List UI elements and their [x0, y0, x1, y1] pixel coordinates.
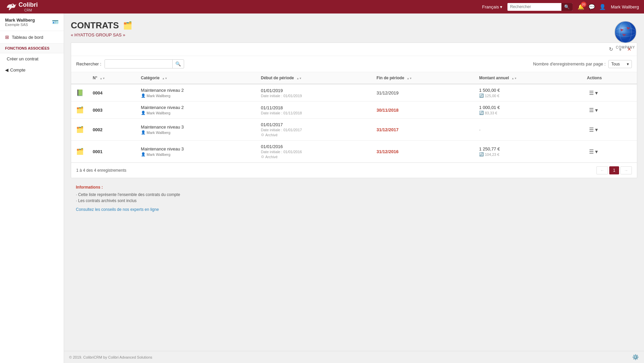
top-nav-right: Français ▾ 🔍 🔔 20 💬 👤 Mark Wallberg	[482, 3, 639, 11]
grid-icon: ⊞	[5, 34, 9, 40]
row-actions: ☰ ▾	[583, 102, 637, 119]
row-amount: 1 250,77 €🔄 104,23 €	[475, 141, 583, 163]
contracts-icon: 🗂️	[123, 21, 132, 30]
row-action-button[interactable]: ☰ ▾	[587, 106, 600, 114]
col-start-date: Début de période ▲▼	[257, 72, 373, 84]
row-end-date: 30/11/2018	[373, 102, 475, 119]
sidebar-item-account[interactable]: ◀ Compte	[0, 64, 64, 76]
table-header-row: N° ▲▼ Catégorie ▲▼ Début de période ▲▼ F…	[71, 72, 637, 84]
per-page-chevron: ▾	[627, 62, 629, 66]
row-start-date: 01/01/2016 Date initiale : 01/01/2016⊙ A…	[257, 141, 373, 163]
table-row: 📗0004Maintenance niveau 2 👤 Mark Wallber…	[71, 84, 637, 102]
info-item-1: · Cette liste représente l'ensemble des …	[76, 192, 632, 197]
content-card: ↻ + ✕ Rechercher : 🔍 Nombre d'enregistre…	[71, 43, 637, 178]
sidebar-user-info: Mark Wallberg Exemple SAS	[5, 18, 35, 27]
pagination-next[interactable]: →	[620, 166, 632, 174]
card-toolbar: ↻ + ✕	[71, 43, 637, 56]
top-search-button[interactable]: 🔍	[561, 3, 573, 11]
row-actions: ☰ ▾	[583, 119, 637, 141]
col-amount: Montant annuel ▲▼	[475, 72, 583, 84]
row-action-button[interactable]: ☰ ▾	[587, 147, 600, 156]
sidebar-item-dashboard[interactable]: ⊞ Tableau de bord	[0, 31, 64, 43]
settings-icon[interactable]: 👤	[599, 4, 606, 10]
sidebar-section-title: FONCTIONS ASSOCIÉES	[0, 43, 64, 53]
sort-start-date-icon[interactable]: ▲▼	[296, 77, 302, 80]
row-number: 0003	[89, 102, 137, 119]
page-header: CONTRATS 🗂️	[71, 20, 637, 31]
info-section: Informations : · Cette liste représente …	[71, 178, 637, 219]
sidebar-navigation: ⊞ Tableau de bord FONCTIONS ASSOCIÉES Cr…	[0, 31, 64, 363]
row-start-date: 01/01/2019 Date initiale : 01/01/2019	[257, 84, 373, 102]
pagination-controls: ← 1 →	[596, 166, 632, 174]
row-number: 0004	[89, 84, 137, 102]
sidebar-company: Exemple SAS	[5, 23, 35, 27]
row-icon-cell: 🗂️	[71, 119, 89, 141]
per-page-select[interactable]: Tous ▾	[608, 60, 632, 68]
row-end-date: 31/12/2016	[373, 141, 475, 163]
top-navigation: Colibri CRM Français ▾ 🔍 🔔 20 💬 👤 Mark W…	[0, 0, 644, 13]
row-category: Maintenance niveau 3 👤 Mark Wallberg	[137, 119, 257, 141]
per-page-value: Tous	[611, 62, 620, 66]
contract-type-icon: 🗂️	[75, 106, 85, 114]
search-button[interactable]: 🔍	[172, 60, 184, 68]
notification-badge: 20	[581, 2, 586, 7]
top-icons: 🔔 20 💬 👤	[578, 4, 606, 10]
row-end-date: 31/12/2017	[373, 119, 475, 141]
per-page-wrap: Nombre d'enregistrements par page : Tous…	[533, 60, 632, 68]
row-icon-cell: 🗂️	[71, 141, 89, 163]
row-amount: 1 500,00 €🔄 125,00 €	[475, 84, 583, 102]
sidebar-user-name: Mark Wallberg	[5, 18, 35, 23]
footer-settings-icon[interactable]: ⚙️	[632, 354, 639, 360]
breadcrumb[interactable]: « HYATTOS GROUP SAS »	[71, 32, 637, 37]
notifications-icon[interactable]: 🔔 20	[578, 4, 584, 10]
top-user-name[interactable]: Mark Wallberg	[611, 4, 639, 9]
row-action-button[interactable]: ☰ ▾	[587, 125, 600, 134]
row-number: 0001	[89, 141, 137, 163]
row-category: Maintenance niveau 2 👤 Mark Wallberg	[137, 84, 257, 102]
sidebar-item-create-contract[interactable]: Créer un contrat	[0, 53, 64, 64]
row-amount: 1 000,01 €🔄 83,33 €	[475, 102, 583, 119]
pagination-prev[interactable]: ←	[596, 166, 608, 174]
contracts-table: N° ▲▼ Catégorie ▲▼ Début de période ▲▼ F…	[71, 72, 637, 163]
row-icon-cell: 📗	[71, 84, 89, 102]
info-link[interactable]: Consultez les conseils de nos experts en…	[76, 207, 159, 212]
page-title: CONTRATS	[71, 20, 119, 31]
search-input[interactable]	[105, 60, 172, 68]
sidebar-account-label: Compte	[10, 67, 26, 73]
app-sub: CRM	[19, 8, 38, 12]
sort-amount-icon[interactable]: ▲▼	[511, 77, 517, 80]
top-search-input[interactable]	[507, 3, 561, 10]
app-logo: Colibri CRM	[5, 1, 38, 12]
page-header-area: COMPANY CONTRATS 🗂️ « HYATTOS GROUP SAS …	[71, 20, 637, 37]
contract-type-icon: 🗂️	[75, 148, 85, 155]
contract-type-icon: 🗂️	[75, 126, 85, 133]
language-selector[interactable]: Français ▾	[482, 4, 502, 9]
table-row: 🗂️0001Maintenance niveau 3 👤 Mark Wallbe…	[71, 141, 637, 163]
row-amount: -	[475, 119, 583, 141]
sort-category-icon[interactable]: ▲▼	[162, 77, 168, 80]
app-name: Colibri	[19, 1, 38, 8]
row-icon-cell: 🗂️	[71, 102, 89, 119]
sort-end-date-icon[interactable]: ▲▼	[407, 77, 412, 80]
table-header: N° ▲▼ Catégorie ▲▼ Début de période ▲▼ F…	[71, 72, 637, 84]
colibri-bird-icon	[5, 1, 17, 12]
contract-type-icon: 📗	[75, 89, 85, 96]
row-actions: ☰ ▾	[583, 84, 637, 102]
info-title-label: Informations :	[76, 185, 103, 190]
messages-icon[interactable]: 💬	[588, 4, 595, 10]
row-actions: ☰ ▾	[583, 141, 637, 163]
top-search-box: 🔍	[507, 3, 573, 11]
row-category: Maintenance niveau 2 👤 Mark Wallberg	[137, 102, 257, 119]
sort-number-icon[interactable]: ▲▼	[100, 77, 105, 80]
sidebar-user-section: Mark Wallberg Exemple SAS 🪪	[0, 13, 64, 31]
per-page-label: Nombre d'enregistrements par page :	[533, 61, 606, 66]
pagination-page-1[interactable]: 1	[609, 166, 619, 174]
sidebar: Mark Wallberg Exemple SAS 🪪 ⊞ Tableau de…	[0, 13, 64, 363]
col-icon	[71, 72, 89, 84]
row-action-button[interactable]: ☰ ▾	[587, 89, 600, 97]
pagination-info: 1 à 4 des 4 enregistrements	[76, 168, 126, 173]
search-bar-left: Rechercher : 🔍	[76, 59, 184, 68]
user-card-icon[interactable]: 🪪	[52, 19, 59, 25]
col-number: N° ▲▼	[89, 72, 137, 84]
table-row: 🗂️0003Maintenance niveau 2 👤 Mark Wallbe…	[71, 102, 637, 119]
